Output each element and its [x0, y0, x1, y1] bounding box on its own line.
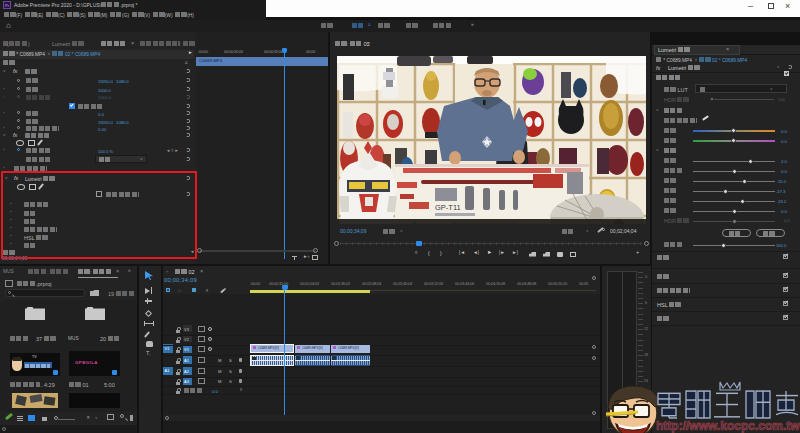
svg-text:GP-T11: GP-T11 [435, 203, 461, 212]
svg-text:http://www.kocpc.com.tw: http://www.kocpc.com.tw [656, 419, 800, 433]
